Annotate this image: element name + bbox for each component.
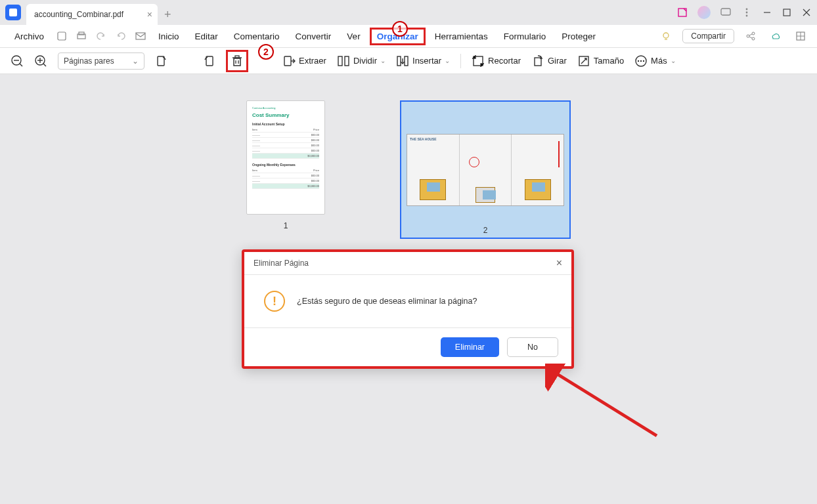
svg-rect-30 <box>158 56 164 66</box>
kebab-menu-icon[interactable] <box>741 7 753 18</box>
menu-proteger[interactable]: Proteger <box>555 29 602 44</box>
svg-line-18 <box>749 34 752 35</box>
delete-page-button[interactable] <box>226 50 248 72</box>
menubar: Archivo Inicio Editar Comentario Convert… <box>0 25 817 47</box>
dialog-close-icon[interactable]: × <box>556 257 562 269</box>
svg-rect-40 <box>397 56 401 66</box>
menu-comentario[interactable]: Comentario <box>227 29 286 44</box>
menu-formulario[interactable]: Formulario <box>497 29 553 44</box>
doc1-brand: Contoso Accounting <box>252 106 319 110</box>
page-range-value: Páginas pares <box>64 56 114 66</box>
svg-line-19 <box>749 37 752 38</box>
grid-icon[interactable] <box>795 30 806 42</box>
svg-point-3 <box>746 12 748 14</box>
svg-rect-39 <box>345 56 349 66</box>
add-tab-button[interactable]: + <box>164 8 171 22</box>
warning-icon: ! <box>264 291 285 312</box>
menu-herramientas[interactable]: Herramientas <box>428 29 495 44</box>
zoom-out-button[interactable] <box>11 54 24 68</box>
cancel-button[interactable]: No <box>507 337 558 357</box>
delete-page-dialog: Eliminar Página × ! ¿Estás seguro de que… <box>242 249 574 369</box>
more-label: Más <box>651 56 667 66</box>
rotate-right-button[interactable] <box>202 54 215 68</box>
svg-rect-36 <box>235 56 239 58</box>
maximize-icon[interactable] <box>782 7 792 18</box>
svg-rect-1 <box>721 9 730 15</box>
extract-button[interactable]: Extraer <box>282 54 326 68</box>
callout-2: 2 <box>258 44 274 60</box>
insert-button[interactable]: Insertar⌄ <box>396 54 450 68</box>
doc1-sec1: Initial Account Setup <box>252 122 319 126</box>
insert-label: Insertar <box>412 56 441 66</box>
print-icon[interactable] <box>76 30 87 42</box>
page-thumb-2-selected[interactable]: THE SEA HOUSE 2 <box>400 100 571 239</box>
extract-label: Extraer <box>299 56 326 66</box>
crop-button[interactable]: Recortar <box>472 54 521 68</box>
minimize-icon[interactable] <box>762 7 772 18</box>
page-thumb-1[interactable]: Contoso Accounting Cost Summary Initial … <box>246 100 325 239</box>
svg-point-13 <box>663 33 669 38</box>
doc1-sec2: Ongoing Monthly Expenses <box>252 163 319 167</box>
document-tab[interactable]: accounting_Combinar.pdf × <box>26 4 158 25</box>
page-range-select[interactable]: Páginas pares <box>58 52 144 70</box>
svg-point-2 <box>746 9 748 10</box>
svg-rect-44 <box>535 58 541 66</box>
zoom-in-button[interactable] <box>34 54 47 68</box>
share-icon[interactable] <box>745 30 757 42</box>
bulb-icon[interactable] <box>660 30 672 42</box>
rotate-label: Girar <box>548 56 567 66</box>
callout-1: 1 <box>392 21 408 37</box>
page-number-2: 2 <box>483 226 488 235</box>
undo-icon[interactable] <box>95 30 107 42</box>
svg-rect-41 <box>405 56 408 66</box>
avatar[interactable] <box>697 6 711 19</box>
mail-icon[interactable] <box>135 30 146 42</box>
svg-point-4 <box>746 15 748 17</box>
rotate-left-button[interactable] <box>155 54 168 68</box>
organize-toolbar: Páginas pares Extraer Dividir⌄ Insertar⌄… <box>0 48 817 74</box>
menu-archivo[interactable]: Archivo <box>8 29 51 44</box>
page-number-1: 1 <box>284 221 288 230</box>
crop-label: Recortar <box>488 56 521 66</box>
menu-ver[interactable]: Ver <box>340 29 366 44</box>
save-icon[interactable] <box>56 30 68 42</box>
svg-point-49 <box>643 60 644 61</box>
more-button[interactable]: Más⌄ <box>634 54 676 68</box>
cloud-icon[interactable] <box>770 30 782 42</box>
chat-icon[interactable] <box>720 7 732 18</box>
tab-title: accounting_Combinar.pdf <box>34 10 123 19</box>
menu-editar[interactable]: Editar <box>188 29 225 44</box>
compartir-button[interactable]: Compartir <box>682 29 734 43</box>
svg-line-25 <box>20 64 22 66</box>
close-tab-icon[interactable]: × <box>147 9 152 20</box>
svg-rect-38 <box>338 56 342 66</box>
svg-rect-31 <box>206 56 213 66</box>
svg-line-50 <box>553 371 657 436</box>
split-label: Dividir <box>353 56 377 66</box>
split-button[interactable]: Dividir⌄ <box>337 54 386 68</box>
svg-rect-6 <box>784 9 790 16</box>
note-icon[interactable] <box>676 7 688 18</box>
app-icon <box>5 5 21 20</box>
svg-point-16 <box>752 32 755 35</box>
redo-icon[interactable] <box>115 30 127 42</box>
size-label: Tamaño <box>594 56 624 66</box>
rotate-button[interactable]: Girar <box>531 54 567 68</box>
dialog-title: Eliminar Página <box>254 259 309 268</box>
menu-convertir[interactable]: Convertir <box>289 29 338 44</box>
size-button[interactable]: Tamaño <box>577 54 624 68</box>
confirm-delete-button[interactable]: Eliminar <box>441 337 499 357</box>
svg-rect-11 <box>79 32 84 35</box>
svg-rect-37 <box>284 56 291 66</box>
doc1-title: Cost Summary <box>252 112 319 118</box>
svg-rect-32 <box>234 58 240 66</box>
svg-point-48 <box>640 60 642 61</box>
svg-rect-12 <box>136 33 145 39</box>
doc2-title: THE SEA HOUSE <box>410 137 456 141</box>
titlebar: accounting_Combinar.pdf × + <box>0 0 817 25</box>
svg-point-47 <box>638 60 639 61</box>
menu-inicio[interactable]: Inicio <box>152 29 186 44</box>
svg-rect-9 <box>58 32 66 40</box>
close-window-icon[interactable] <box>801 7 812 18</box>
dialog-message: ¿Estás seguro de que deseas eliminar la … <box>297 297 477 306</box>
